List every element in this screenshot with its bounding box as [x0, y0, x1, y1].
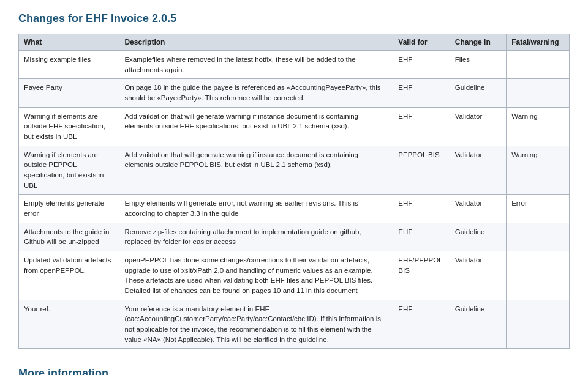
changes-table: What Description Valid for Change in Fat…: [18, 34, 570, 349]
page-title: Changes for EHF Invoice 2.0.5: [18, 12, 570, 25]
cell-valid-for: EHF: [393, 51, 450, 79]
cell-description: Your reference is a mandatory element in…: [119, 300, 393, 349]
cell-change-in: Validator: [450, 251, 506, 300]
cell-what: Empty elements generate error: [19, 195, 119, 223]
table-row: Your ref.Your reference is a mandatory e…: [19, 300, 570, 349]
cell-change-in: Guideline: [450, 79, 506, 107]
table-row: Missing example filesExamplefiles where …: [19, 51, 570, 79]
cell-description: Add vaildation that will generate warnin…: [119, 146, 393, 195]
cell-description: Examplefiles where removed in the latest…: [119, 51, 393, 79]
cell-what: Warning if elements are outside PEPPOL s…: [19, 146, 119, 195]
table-row: Warning if elements are outside EHF spec…: [19, 107, 570, 146]
table-row: Attachments to the guide in Github will …: [19, 223, 570, 251]
cell-fatal-warning: [507, 79, 570, 107]
cell-valid-for: EHF: [393, 79, 450, 107]
cell-change-in: Validator: [450, 146, 506, 195]
cell-fatal-warning: Warning: [507, 107, 570, 146]
cell-change-in: Validator: [450, 195, 506, 223]
cell-fatal-warning: [507, 51, 570, 79]
col-header-what: What: [19, 34, 119, 51]
cell-change-in: Validator: [450, 107, 506, 146]
table-row: Updated validation artefacts from openPE…: [19, 251, 570, 300]
cell-valid-for: EHF: [393, 195, 450, 223]
cell-description: openPEPPOL has done some changes/correct…: [119, 251, 393, 300]
cell-valid-for: EHF: [393, 300, 450, 349]
more-info-title: More information: [18, 367, 570, 375]
cell-description: Remove zip-files containing attachement …: [119, 223, 393, 251]
cell-fatal-warning: [507, 223, 570, 251]
cell-what: Attachments to the guide in Github will …: [19, 223, 119, 251]
table-row: Empty elements generate errorEmpty eleme…: [19, 195, 570, 223]
cell-change-in: Files: [450, 51, 506, 79]
more-info-section: More information Detailed issue-log:Upda…: [18, 367, 570, 375]
cell-valid-for: PEPPOL BIS: [393, 146, 450, 195]
cell-valid-for: EHF/PEPPOL BIS: [393, 251, 450, 300]
cell-valid-for: EHF: [393, 107, 450, 146]
col-header-valid: Valid for: [393, 34, 450, 51]
cell-description: On page 18 in the guide the payee is ref…: [119, 79, 393, 107]
cell-description: Add vaildation that will generate warnin…: [119, 107, 393, 146]
cell-change-in: Guideline: [450, 223, 506, 251]
col-header-fatal: Fatal/warning: [507, 34, 570, 51]
table-row: Warning if elements are outside PEPPOL s…: [19, 146, 570, 195]
cell-what: Your ref.: [19, 300, 119, 349]
col-header-description: Description: [119, 34, 393, 51]
cell-fatal-warning: Error: [507, 195, 570, 223]
cell-description: Empty elements will generate error, not …: [119, 195, 393, 223]
table-row: Payee PartyOn page 18 in the guide the p…: [19, 79, 570, 107]
cell-fatal-warning: [507, 300, 570, 349]
cell-fatal-warning: [507, 251, 570, 300]
cell-valid-for: EHF: [393, 223, 450, 251]
cell-what: Missing example files: [19, 51, 119, 79]
col-header-change: Change in: [450, 34, 506, 51]
cell-what: Updated validation artefacts from openPE…: [19, 251, 119, 300]
cell-change-in: Guideline: [450, 300, 506, 349]
cell-fatal-warning: Warning: [507, 146, 570, 195]
cell-what: Warning if elements are outside EHF spec…: [19, 107, 119, 146]
cell-what: Payee Party: [19, 79, 119, 107]
